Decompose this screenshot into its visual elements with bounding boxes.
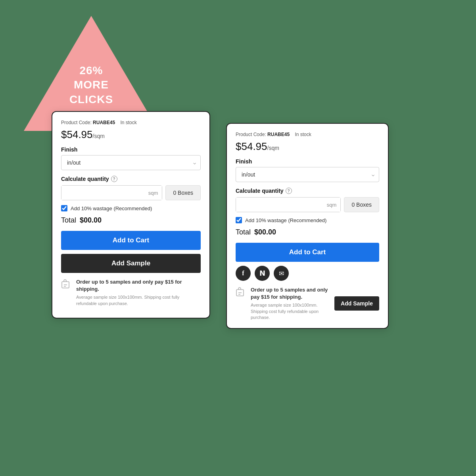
price-right: $54.95/sqm	[236, 140, 379, 153]
sqm-unit-right: sqm	[327, 202, 337, 208]
sample-icon-right	[236, 287, 247, 298]
facebook-button[interactable]: f	[236, 266, 251, 281]
product-card-right: Product Code: RUABE45 In stock $54.95/sq…	[226, 123, 389, 329]
add-sample-button-right[interactable]: Add Sample	[334, 296, 379, 311]
product-code-left: RUABE45	[93, 120, 115, 125]
finish-select-wrapper-right: in/out ⌵	[236, 167, 379, 182]
boxes-display-right: 0 Boxes	[344, 197, 379, 212]
total-value-right: $00.00	[254, 228, 276, 236]
total-label-right: Total	[236, 228, 251, 236]
finish-select-left[interactable]: in/out	[61, 155, 201, 170]
wastage-label-right: Add 10% wastage (Recommended)	[245, 217, 326, 223]
sample-main-right: Order up to 5 samples and only pay $15 f…	[251, 286, 330, 301]
sample-info-left: Order up to 5 samples and only pay $15 f…	[61, 278, 201, 307]
product-card-left: Product Code: RUABE45 In stock $54.95/sq…	[52, 111, 210, 319]
quantity-row-right: sqm 0 Boxes	[236, 197, 379, 212]
in-stock-right: In stock	[295, 132, 311, 137]
sqm-input-wrapper-right: sqm	[236, 197, 341, 212]
product-meta-right: Product Code: RUABE45 In stock	[236, 132, 379, 137]
total-row-right: Total $00.00	[236, 228, 379, 236]
add-to-cart-button-right[interactable]: Add to Cart	[236, 243, 379, 262]
finish-select-right[interactable]: in/out	[236, 167, 379, 182]
cards-wrapper: Product Code: RUABE45 In stock $54.95/sq…	[52, 111, 389, 329]
total-label-left: Total	[61, 216, 76, 224]
product-code-label-right: Product Code:	[236, 132, 266, 137]
email-button[interactable]: ✉	[274, 266, 289, 281]
price-unit-left: /sqm	[93, 133, 105, 139]
sample-text-right: Order up to 5 samples and only pay $15 f…	[251, 286, 330, 321]
finish-select-wrapper-left: in/out ⌵	[61, 155, 201, 170]
help-icon-left[interactable]: ?	[111, 176, 117, 182]
wastage-checkbox-left[interactable]	[61, 205, 67, 211]
sample-info-right: Order up to 5 samples and only pay $15 f…	[236, 286, 379, 321]
sample-sub-left: Average sample size 100x100mm. Shipping …	[76, 294, 201, 307]
in-stock-left: In stock	[120, 120, 136, 125]
triangle-line1: 26%	[79, 64, 103, 77]
wastage-row-right: Add 10% wastage (Recommended)	[236, 217, 379, 223]
quantity-row-left: sqm 0 Boxes	[61, 185, 201, 200]
email-icon: ✉	[279, 270, 284, 277]
total-value-left: $00.00	[80, 216, 102, 224]
pinterest-button[interactable]: 𝗡	[255, 266, 270, 281]
sample-text-left: Order up to 5 samples and only pay $15 f…	[76, 278, 201, 307]
triangle-line3: CLICKS	[69, 93, 113, 106]
price-unit-right: /sqm	[267, 145, 279, 151]
sqm-unit-left: sqm	[148, 190, 158, 196]
sample-main-left: Order up to 5 samples and only pay $15 f…	[76, 278, 201, 293]
social-row: f 𝗡 ✉	[236, 266, 379, 281]
product-meta-left: Product Code: RUABE45 In stock	[61, 120, 201, 125]
sample-icon-left	[61, 279, 72, 290]
product-code-label-left: Product Code:	[61, 120, 92, 125]
price-value-left: $54.95	[61, 129, 93, 140]
pinterest-icon: 𝗡	[259, 269, 265, 278]
triangle-line2: MORE	[74, 79, 109, 91]
price-value-right: $54.95	[236, 140, 267, 152]
finish-label-right: Finish	[236, 158, 379, 165]
sqm-input-left[interactable]	[61, 186, 162, 200]
calc-qty-label-right: Calculate quantity ?	[236, 188, 379, 194]
wastage-checkbox-right[interactable]	[236, 217, 242, 223]
triangle-text: 26% MORE CLICKS	[24, 63, 159, 107]
boxes-display-left: 0 Boxes	[165, 185, 201, 200]
sqm-input-right[interactable]	[236, 198, 340, 212]
facebook-icon: f	[242, 270, 244, 277]
add-sample-button-left[interactable]: Add Sample	[61, 254, 201, 273]
finish-label-left: Finish	[61, 146, 201, 153]
sqm-input-wrapper-left: sqm	[61, 185, 162, 200]
wastage-row-left: Add 10% wastage (Recommended)	[61, 205, 201, 211]
help-icon-right[interactable]: ?	[286, 188, 292, 194]
add-to-cart-button-left[interactable]: Add to Cart	[61, 231, 201, 250]
wastage-label-left: Add 10% wastage (Recommended)	[71, 205, 152, 211]
product-code-right: RUABE45	[267, 132, 290, 137]
sample-sub-right: Average sample size 100x100mm. Shipping …	[251, 302, 330, 321]
price-left: $54.95/sqm	[61, 129, 201, 141]
calc-qty-label-left: Calculate quantity ?	[61, 176, 201, 182]
total-row-left: Total $00.00	[61, 216, 201, 225]
